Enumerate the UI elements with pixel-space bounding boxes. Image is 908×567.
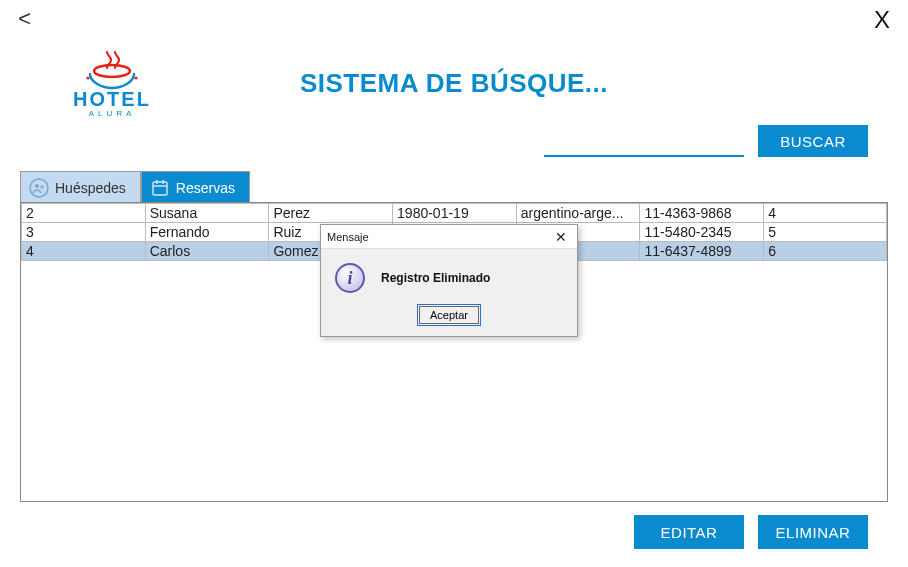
svg-rect-6 [153,182,167,195]
table-cell-id[interactable]: 3 [22,223,146,242]
search-button[interactable]: BUSCAR [758,125,868,157]
svg-point-2 [134,76,137,79]
tab-reservas-label: Reservas [176,180,235,196]
table-cell-tel[interactable]: 11-6437-4899 [640,242,764,261]
back-button[interactable]: < [18,8,31,33]
table-cell-tel[interactable]: 11-4363-9868 [640,204,764,223]
svg-point-0 [94,65,130,77]
tab-huespedes[interactable]: Huéspedes [20,171,141,204]
svg-point-5 [40,185,43,188]
tab-huespedes-label: Huéspedes [55,180,126,196]
info-icon: i [335,263,365,293]
table-cell-tel[interactable]: 11-5480-2345 [640,223,764,242]
table-cell-id[interactable]: 4 [22,242,146,261]
svg-point-3 [30,179,48,197]
table-cell-id[interactable]: 2 [22,204,146,223]
table-cell-nombre[interactable]: Carlos [145,242,269,261]
table-cell-nombre[interactable]: Susana [145,204,269,223]
svg-point-1 [86,76,89,79]
hotel-logo: HOTEL ALURA [62,48,162,118]
coffee-cup-icon [82,48,142,90]
page-title: SISTEMA DE BÚSQUE... [300,68,608,99]
table-cell-nacionalidad[interactable]: argentino-arge... [516,204,640,223]
calendar-icon [150,178,170,198]
svg-point-4 [35,184,39,188]
message-dialog: Mensaje ✕ i Registro Eliminado Aceptar [320,224,578,337]
table-cell-fecha[interactable]: 1980-01-19 [393,204,517,223]
table-cell-reserva[interactable]: 6 [764,242,887,261]
tab-bar: Huéspedes Reservas [20,170,277,204]
window-close-button[interactable]: X [874,6,890,34]
dialog-message: Registro Eliminado [381,271,490,285]
logo-text-hotel: HOTEL [62,88,162,111]
search-input[interactable] [544,129,744,157]
edit-button[interactable]: EDITAR [634,515,744,549]
tab-reservas[interactable]: Reservas [141,171,250,204]
guests-icon [29,178,49,198]
table-cell-reserva[interactable]: 5 [764,223,887,242]
table-cell-apellido[interactable]: Perez [269,204,393,223]
dialog-close-button[interactable]: ✕ [551,229,571,245]
table-cell-nombre[interactable]: Fernando [145,223,269,242]
delete-button[interactable]: ELIMINAR [758,515,868,549]
dialog-ok-button[interactable]: Aceptar [419,306,479,324]
table-row[interactable]: 2SusanaPerez1980-01-19argentino-arge...1… [22,204,887,223]
table-cell-reserva[interactable]: 4 [764,204,887,223]
dialog-title-text: Mensaje [327,231,369,243]
